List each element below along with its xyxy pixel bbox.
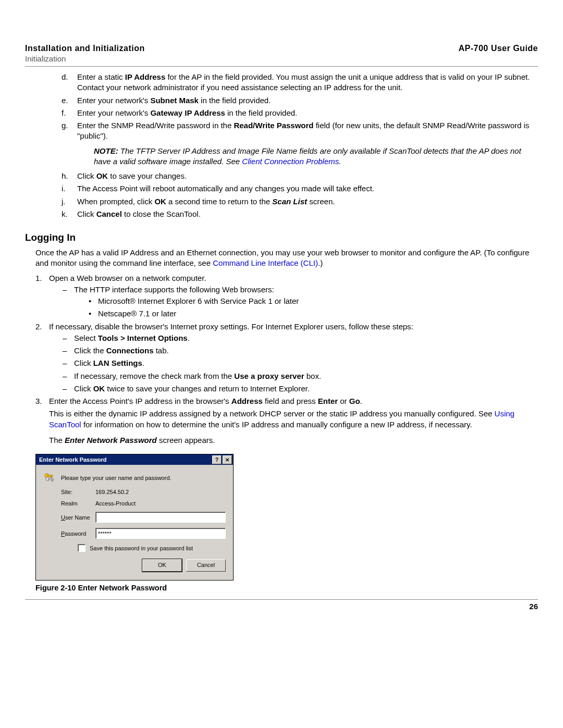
step-e: Enter your network's Subnet Mask in the … xyxy=(62,95,538,106)
logging-step-3: Enter the Access Point's IP address in t… xyxy=(35,396,538,446)
svg-rect-5 xyxy=(52,480,53,482)
realm-value: Access-Product xyxy=(95,500,226,507)
ok-button[interactable]: OK xyxy=(142,559,182,572)
logging-step-1: Open a Web browser on a network computer… xyxy=(35,273,538,319)
header-subsection: Initialization xyxy=(25,54,538,63)
site-label: Site: xyxy=(61,489,95,495)
logging-steps: Open a Web browser on a network computer… xyxy=(35,273,538,446)
browser-ie: Microsoft® Internet Explorer 6 with Serv… xyxy=(89,296,538,306)
step-j: When prompted, click OK a second time to… xyxy=(62,196,538,207)
keys-icon xyxy=(43,472,55,484)
header-section: Installation and Initialization xyxy=(25,44,145,53)
password-input[interactable] xyxy=(95,528,226,539)
header-rule xyxy=(25,66,538,67)
header-guide: AP-700 User Guide xyxy=(458,44,538,53)
link-client-problems[interactable]: Client Connection Problems xyxy=(242,157,339,166)
substeps-list: Enter a static IP Address for the AP in … xyxy=(62,72,538,219)
step-i: The Access Point will reboot automatical… xyxy=(62,183,538,194)
realm-label: Realm xyxy=(61,500,95,507)
password-label: Password xyxy=(61,530,95,537)
browser-netscape: Netscape® 7.1 or later xyxy=(89,309,538,319)
step-k: Click Cancel to close the ScanTool. xyxy=(62,209,538,219)
cancel-button[interactable]: Cancel xyxy=(186,559,226,572)
step-h: Click OK to save your changes. xyxy=(62,171,538,181)
dialog-title-text: Enter Network Password xyxy=(39,456,107,463)
step-d: Enter a static IP Address for the AP in … xyxy=(62,72,538,93)
dialog-titlebar: Enter Network Password ? ✕ xyxy=(36,454,233,465)
svg-rect-2 xyxy=(51,476,52,478)
save-password-label: Save this password in your password list xyxy=(90,545,193,551)
username-label: User Name xyxy=(61,514,95,521)
page-number: 26 xyxy=(529,602,538,611)
step-f: Enter your network's Gateway IP Address … xyxy=(62,108,538,118)
save-password-checkbox[interactable] xyxy=(78,544,85,552)
close-icon[interactable]: ✕ xyxy=(223,455,232,464)
step-g-note: NOTE: The TFTP Server IP Address and Ima… xyxy=(94,146,538,167)
logging-intro: Once the AP has a valid IP Address and a… xyxy=(35,248,538,269)
site-value: 169.254.50.2 xyxy=(95,489,226,495)
username-input[interactable] xyxy=(95,512,226,523)
help-icon[interactable]: ? xyxy=(212,455,222,464)
link-cli[interactable]: Command Line Interface (CLI) xyxy=(213,258,318,267)
step-g: Enter the SNMP Read/Write password in th… xyxy=(62,120,538,167)
section-logging-in: Logging In xyxy=(25,232,538,243)
dialog-instruction: Please type your user name and password. xyxy=(61,475,172,481)
logging-step-2: If necessary, disable the browser's Inte… xyxy=(35,322,538,394)
figure-caption: Figure 2-10 Enter Network Password xyxy=(35,584,538,592)
page-footer: 26 xyxy=(25,599,538,611)
enter-network-password-dialog: Enter Network Password ? ✕ xyxy=(35,454,234,581)
